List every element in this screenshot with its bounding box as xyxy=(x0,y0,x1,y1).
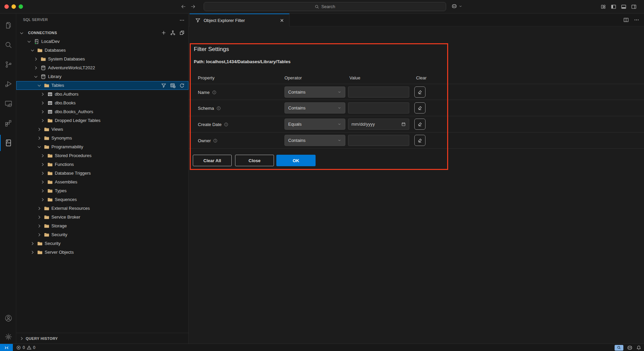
tree-item-programmability[interactable]: Programmability xyxy=(16,143,188,151)
activity-bar-item-source-control[interactable] xyxy=(0,56,16,73)
toggle-panel-icon[interactable] xyxy=(621,4,626,9)
tree-item-types[interactable]: Types xyxy=(16,186,188,195)
minimize-window-button[interactable] xyxy=(12,4,16,9)
tree-item-security[interactable]: Security xyxy=(16,239,188,248)
activity-bar-item-run-and-debug[interactable] xyxy=(0,76,16,92)
tree-item-external-resources[interactable]: External Resources xyxy=(16,204,188,213)
activity-bar-item-manage-settings[interactable] xyxy=(0,329,16,345)
operator-select[interactable]: Contains xyxy=(284,86,345,98)
clear-row-button[interactable] xyxy=(414,119,426,130)
chevron-right-icon[interactable] xyxy=(30,250,35,255)
chevron-down-icon[interactable] xyxy=(30,48,35,53)
chevron-right-icon[interactable] xyxy=(40,118,45,123)
zoom-window-button[interactable] xyxy=(19,4,23,9)
chevron-right-icon[interactable] xyxy=(40,197,45,202)
tree-item-localdev[interactable]: LocalDev xyxy=(16,37,188,46)
chevron-right-icon[interactable] xyxy=(37,232,42,237)
info-icon[interactable] xyxy=(212,90,216,95)
chevron-right-icon[interactable] xyxy=(40,100,45,106)
chevron-down-icon[interactable] xyxy=(37,144,42,150)
toggle-secondary-sidebar-icon[interactable] xyxy=(631,4,637,9)
value-input[interactable] xyxy=(348,135,409,146)
close-window-button[interactable] xyxy=(4,4,9,9)
query-history-section[interactable]: QUERY HISTORY xyxy=(16,333,188,344)
chevron-right-icon[interactable] xyxy=(33,56,39,62)
chevron-down-icon[interactable] xyxy=(19,30,24,36)
tree-item-dbo-books[interactable]: dbo.Books xyxy=(16,99,188,107)
copilot-status-icon[interactable] xyxy=(627,345,633,351)
split-editor-icon[interactable] xyxy=(623,17,629,23)
tree-item-library[interactable]: Library xyxy=(16,72,188,81)
navigate-back-icon[interactable] xyxy=(181,4,186,9)
chevron-right-icon[interactable] xyxy=(37,127,42,132)
copilot-menu[interactable] xyxy=(451,3,463,9)
chevron-right-icon[interactable] xyxy=(37,215,42,220)
section-header-connections[interactable]: CONNECTIONS xyxy=(16,28,188,37)
tree-item-security[interactable]: Security xyxy=(16,230,188,239)
ok-button[interactable]: OK xyxy=(276,155,316,166)
tree-item-adventureworkslt2022[interactable]: AdventureWorksLT2022 xyxy=(16,64,188,72)
tree-item-stored-procedures[interactable]: Stored Procedures xyxy=(16,151,188,160)
tree-item-databases[interactable]: Databases xyxy=(16,46,188,55)
chevron-right-icon[interactable] xyxy=(33,65,39,71)
chevron-right-icon[interactable] xyxy=(37,135,42,141)
tree-item-service-broker[interactable]: Service Broker xyxy=(16,213,188,222)
tree-item-sequences[interactable]: Sequences xyxy=(16,195,188,204)
chevron-right-icon[interactable] xyxy=(40,171,45,176)
chevron-right-icon[interactable] xyxy=(40,109,45,115)
zoom-status-tile[interactable] xyxy=(615,345,623,351)
tree-item-views[interactable]: Views xyxy=(16,125,188,134)
problems-status[interactable]: 0 0 xyxy=(16,344,35,351)
activity-bar-item-extensions[interactable] xyxy=(0,115,16,131)
edit-table-icon[interactable] xyxy=(170,83,176,88)
tree-item-database-triggers[interactable]: Database Triggers xyxy=(16,169,188,178)
tree-item-server-objects[interactable]: Server Objects xyxy=(16,248,188,257)
chevron-down-icon[interactable] xyxy=(37,83,42,88)
activity-bar-item-sql-server[interactable] xyxy=(0,135,16,151)
remote-indicator[interactable] xyxy=(0,344,13,351)
tab-object-explorer-filter[interactable]: Object Explorer Filter xyxy=(189,14,290,26)
activity-bar-item-accounts[interactable] xyxy=(0,310,16,326)
more-actions-icon[interactable] xyxy=(634,17,639,23)
chevron-right-icon[interactable] xyxy=(40,179,45,185)
customize-layout-icon[interactable] xyxy=(601,4,606,9)
close-button[interactable]: Close xyxy=(235,155,274,166)
chevron-right-icon[interactable] xyxy=(30,241,35,246)
tree-item-storage[interactable]: Storage xyxy=(16,222,188,230)
add-connection-icon[interactable] xyxy=(161,30,166,35)
filter-icon[interactable] xyxy=(161,83,166,88)
command-center-search[interactable]: Search xyxy=(204,2,446,11)
toggle-primary-sidebar-icon[interactable] xyxy=(611,4,616,9)
tree-item-dbo-authors[interactable]: dbo.Authors xyxy=(16,90,188,99)
clear-row-button[interactable] xyxy=(414,86,426,98)
tree-item-assemblies[interactable]: Assemblies xyxy=(16,178,188,186)
close-tab-icon[interactable] xyxy=(279,18,284,23)
value-input[interactable] xyxy=(348,102,409,114)
clear-row-button[interactable] xyxy=(414,102,426,114)
operator-select[interactable]: Contains xyxy=(284,102,345,114)
connection-groups-icon[interactable] xyxy=(170,30,176,35)
chevron-right-icon[interactable] xyxy=(40,188,45,194)
tree-item-functions[interactable]: Functions xyxy=(16,160,188,169)
tree-item-tables[interactable]: Tables xyxy=(16,81,188,90)
refresh-icon[interactable] xyxy=(179,83,185,88)
clear-all-button[interactable]: Clear All xyxy=(193,155,232,166)
activity-bar-item-search[interactable] xyxy=(0,37,16,53)
value-input[interactable] xyxy=(348,86,409,98)
chevron-right-icon[interactable] xyxy=(37,206,42,211)
chevron-right-icon[interactable] xyxy=(40,153,45,158)
value-date-input[interactable]: mm/dd/yyyy xyxy=(348,119,409,130)
operator-select[interactable]: Equals xyxy=(284,119,345,130)
info-icon[interactable] xyxy=(224,122,228,127)
tree-item-dbo-books-authors[interactable]: dbo.Books_Authors xyxy=(16,107,188,116)
clear-row-button[interactable] xyxy=(414,135,426,146)
info-icon[interactable] xyxy=(216,106,221,110)
tree-item-dropped-ledger-tables[interactable]: Dropped Ledger Tables xyxy=(16,116,188,125)
chevron-down-icon[interactable] xyxy=(26,39,32,44)
chevron-right-icon[interactable] xyxy=(40,162,45,167)
new-connection-group-icon[interactable] xyxy=(179,30,185,35)
chevron-right-icon[interactable] xyxy=(40,92,45,97)
info-icon[interactable] xyxy=(213,139,217,143)
tree-item-system-databases[interactable]: System Databases xyxy=(16,55,188,64)
chevron-down-icon[interactable] xyxy=(33,74,39,79)
